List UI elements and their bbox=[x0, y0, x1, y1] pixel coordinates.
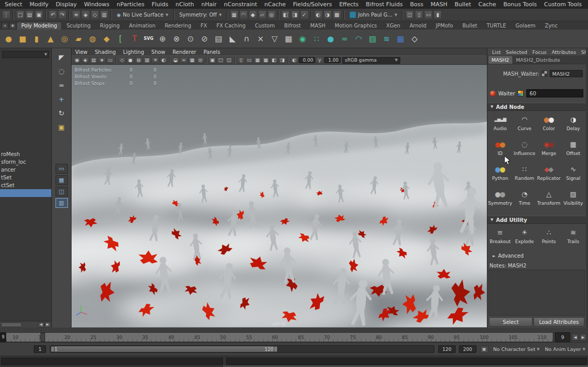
poly-cylinder-icon[interactable]: ▮ bbox=[30, 31, 44, 47]
menu-boss[interactable]: Boss bbox=[407, 1, 427, 8]
layout-single-pane-button[interactable]: ▭ bbox=[55, 164, 68, 174]
advanced-section-header[interactable]: ► Advanced bbox=[487, 252, 586, 260]
multisample-aa-icon[interactable]: ▦ bbox=[188, 57, 196, 64]
image-plane-icon[interactable]: ▭ bbox=[106, 57, 114, 64]
node-explode[interactable]: ☀Explode bbox=[512, 225, 537, 250]
command-line-input[interactable] bbox=[1, 358, 223, 365]
current-time-marker[interactable] bbox=[40, 333, 45, 342]
depth-of-field-icon[interactable]: ◎ bbox=[197, 57, 204, 64]
playback-options-icon[interactable]: ▣ bbox=[480, 346, 488, 353]
node-breakout[interactable]: ≡Breakout bbox=[488, 225, 512, 250]
node-curve[interactable]: ◠Curve bbox=[512, 112, 537, 137]
highlight-mode-icon[interactable]: ▥ bbox=[100, 10, 108, 19]
menu-bullet[interactable]: Bullet bbox=[451, 1, 475, 8]
sphere-combine-icon[interactable]: ⊕ bbox=[156, 31, 170, 47]
select-button[interactable]: Select bbox=[489, 317, 533, 327]
poly-cone-icon[interactable]: ▲ bbox=[44, 31, 58, 47]
node-random[interactable]: ∷Random bbox=[512, 162, 537, 187]
lasso-tool[interactable]: ◌ bbox=[55, 65, 68, 78]
menu-fields-solvers[interactable]: Fields/Solvers bbox=[289, 1, 335, 8]
joint-xray-icon[interactable]: ◫ bbox=[225, 57, 233, 64]
menu-modify[interactable]: Modify bbox=[26, 1, 52, 8]
poly-bevel-icon[interactable]: ◣ bbox=[226, 31, 240, 47]
checker-swatch-icon[interactable] bbox=[541, 70, 548, 77]
menu-mash[interactable]: MASH bbox=[427, 1, 451, 8]
select-camera-icon[interactable]: ◉ bbox=[73, 57, 81, 64]
layout-four-pane-button[interactable]: ▦ bbox=[55, 175, 68, 185]
ae-menu-selected[interactable]: Selected bbox=[503, 49, 530, 55]
shelf-tab-arnold[interactable]: Arnold bbox=[405, 22, 430, 30]
wireframe-on-shaded-icon[interactable]: ◍ bbox=[135, 57, 143, 64]
isolate-select-icon[interactable]: ▣ bbox=[208, 57, 216, 64]
add-utility-section-header[interactable]: ▼ Add Utility bbox=[487, 216, 586, 224]
select-object-icon[interactable]: ◈ bbox=[81, 10, 90, 19]
poly-extrude-icon[interactable]: ▤ bbox=[212, 31, 226, 47]
poly-sphere-icon[interactable]: ● bbox=[2, 31, 16, 47]
gamma-icon[interactable]: γ bbox=[316, 57, 324, 64]
menu-fluids[interactable]: Fluids bbox=[148, 1, 172, 8]
target-weld-icon[interactable]: ▽ bbox=[268, 31, 282, 47]
node-points[interactable]: ∴Points bbox=[537, 225, 561, 250]
waiter-count-field[interactable]: 60 bbox=[526, 89, 583, 97]
layout-outliner-persp-button[interactable]: ▥ bbox=[55, 198, 68, 208]
node-merge[interactable]: ◉◉Merge bbox=[537, 137, 561, 162]
viewport-menu-view[interactable]: View bbox=[72, 49, 91, 55]
attribute-editor-toggle-icon[interactable]: ▯ bbox=[415, 10, 423, 19]
viewport-menu-lighting[interactable]: Lighting bbox=[119, 49, 147, 55]
poly-disc-icon[interactable]: ◍ bbox=[86, 31, 100, 47]
animation-start-field[interactable]: 1 bbox=[34, 345, 46, 353]
checker-node-icon[interactable]: ▦ bbox=[394, 31, 408, 47]
shelf-tab-rendering[interactable]: Rendering bbox=[161, 22, 195, 30]
shelf-tab-custom[interactable]: Custom bbox=[251, 22, 279, 30]
menu-grip-icon[interactable]: ⋮ bbox=[2, 10, 10, 19]
field-chart-icon[interactable]: ▦ bbox=[262, 57, 270, 64]
menu-cache[interactable]: Cache bbox=[474, 1, 499, 8]
move-tool[interactable]: + bbox=[55, 93, 68, 106]
save-scene-icon[interactable]: ▣ bbox=[35, 10, 43, 19]
mash-curve-icon[interactable]: ◠ bbox=[352, 31, 366, 47]
use-all-lights-icon[interactable]: ☀ bbox=[151, 57, 159, 64]
node-audio[interactable]: ▂▅▃▆Audio bbox=[488, 112, 512, 137]
node-replicator[interactable]: ◆◆Replicator bbox=[537, 162, 561, 187]
anim-layer-dropdown[interactable]: No Anim Layer ▼ bbox=[542, 346, 588, 352]
node-trails[interactable]: ≋Trails bbox=[561, 225, 585, 250]
menu-custom-tools[interactable]: Custom Tools bbox=[540, 1, 585, 8]
shelf-tab-golaem[interactable]: Golaem bbox=[511, 22, 540, 30]
make-live-icon[interactable]: ◎ bbox=[268, 10, 276, 19]
bifrost-graph-icon[interactable]: ◇ bbox=[408, 31, 422, 47]
shelf-tab-poly-modeling[interactable]: Poly Modeling bbox=[17, 22, 61, 30]
step-back-icon[interactable]: ◀ bbox=[572, 334, 579, 341]
outliner-item-romesh[interactable]: roMesh bbox=[0, 150, 51, 158]
poly-separate-icon[interactable]: ⊘ bbox=[198, 31, 212, 47]
outliner-item-ctset[interactable]: ctSet bbox=[0, 181, 51, 189]
character-set-dropdown[interactable]: No Character Set ▼ bbox=[491, 346, 542, 352]
viewport-menu-show[interactable]: Show bbox=[148, 49, 169, 55]
snap-plane-icon[interactable]: ▱ bbox=[258, 10, 267, 19]
node-signal[interactable]: ∿Signal bbox=[561, 162, 585, 187]
shadows-icon[interactable]: ◐ bbox=[160, 57, 167, 64]
shelf-tab-zync[interactable]: Zync bbox=[541, 22, 562, 30]
node-symmetry[interactable]: ●●Symmetry bbox=[488, 187, 512, 211]
modeling-toolkit-toggle-icon[interactable]: ◫ bbox=[405, 10, 414, 19]
poly-text-icon[interactable]: T bbox=[128, 31, 142, 47]
ae-menu-attributes[interactable]: Attributes bbox=[549, 49, 579, 55]
snap-point-icon[interactable]: ◆ bbox=[249, 10, 257, 19]
node-time[interactable]: ◔Time bbox=[512, 187, 537, 211]
color-swatch-icon[interactable] bbox=[517, 90, 524, 96]
quad-draw-icon[interactable]: ▦ bbox=[282, 31, 296, 47]
mash-waiter-field[interactable]: MASH2 bbox=[550, 70, 583, 77]
shelf-gear-icon[interactable]: ✱ bbox=[9, 23, 16, 29]
select-component-icon[interactable]: ◇ bbox=[91, 10, 99, 19]
viewport-menu-panels[interactable]: Panels bbox=[200, 49, 223, 55]
snap-curve-icon[interactable]: ◠ bbox=[240, 10, 248, 19]
sculpt-divider-icon[interactable]: [ bbox=[114, 31, 128, 47]
user-account[interactable]: John Paul G...▼ bbox=[346, 11, 401, 18]
shelf-menu-icon[interactable]: ▾ bbox=[2, 23, 8, 29]
load-attributes-button[interactable]: Load Attributes bbox=[534, 317, 584, 327]
redo-icon[interactable]: ↷ bbox=[58, 10, 66, 19]
menu-select[interactable]: Select bbox=[1, 1, 26, 8]
safe-title-icon[interactable]: ◨ bbox=[278, 57, 286, 64]
ae-menu-show[interactable]: Show bbox=[579, 49, 586, 55]
outliner-item-tset[interactable]: tSet bbox=[0, 174, 51, 181]
construction-history-icon[interactable]: ✓ bbox=[300, 10, 309, 19]
